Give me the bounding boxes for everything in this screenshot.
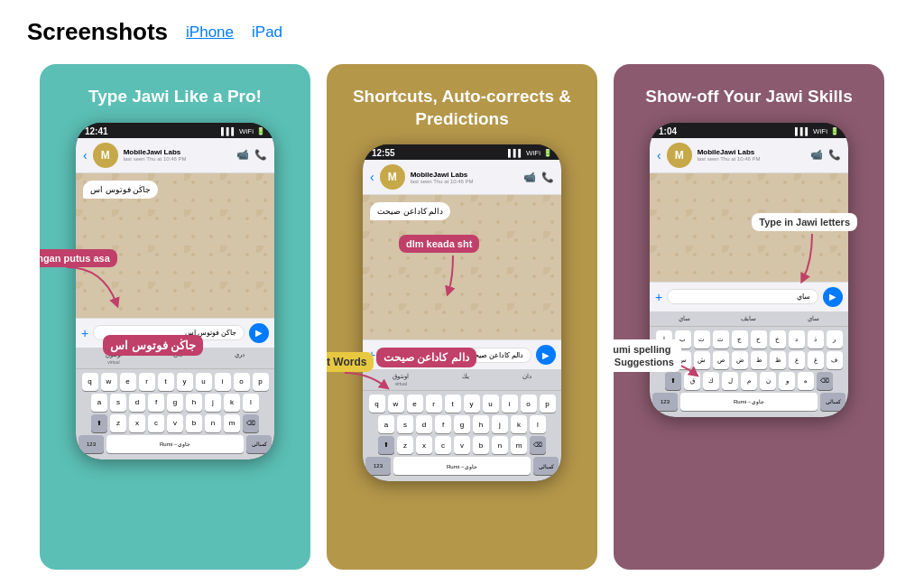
keyboard-1: q w e r t y u i o p a s d [76,369,274,460]
chat-header-1: ‹ M MobileJawi Labs last seen Thu at 10:… [76,138,274,173]
chat-header-2: ‹ M MobileJawi Labs last seen Thu at 10:… [363,160,561,195]
chat-name-3: MobileJawi Labs [698,148,805,156]
chat-info-3: MobileJawi Labs last seen Thu at 10:46 P… [698,148,805,162]
card-2-title: Shortcuts, Auto-corrects & Predictions [341,86,583,130]
input-plus-1[interactable]: + [81,326,88,340]
screenshot-card-3: Show-off Your Jawi Skills Type in Jawi l… [614,64,884,570]
chat-bubble-2: دالم كاداعن صيحت [370,202,450,220]
chat-name-2: MobileJawi Labs [411,171,518,179]
send-btn-1[interactable]: ▶ [249,323,269,343]
annotation-jawi-1: جاڬن فوتوس اس [103,335,203,356]
screenshot-card-2: Shortcuts, Auto-corrects & Predictions d… [327,64,597,570]
phone-frame-3: 1:04 ▌▌▌WiFi🔋 ‹ M MobileJawi Labs last s… [650,123,848,417]
avatar-3: M [667,143,692,168]
autocomplete-2: اونتوقvirtual يڬ دان [363,369,561,391]
status-time-1: 12:41 [85,126,108,136]
send-btn-2[interactable]: ▶ [536,345,556,365]
page-title: Screenshots [27,18,168,46]
chat-status-1: last seen Thu at 10:46 PM [124,156,231,162]
annotation-jawi-2: دالم كاداعن صيحت [376,348,476,367]
chat-icons-2: 📹📞 [523,172,554,183]
input-plus-3[interactable]: + [655,290,662,304]
status-icons-2: ▌▌▌WiFi🔋 [508,149,552,157]
chat-info-2: MobileJawi Labs last seen Thu at 10:46 P… [411,171,518,184]
tab-iphone[interactable]: iPhone [186,23,234,42]
chat-input-3: + ساي ▶ [650,282,848,311]
chat-info-1: MobileJawi Labs last seen Thu at 10:46 P… [124,148,231,162]
chat-name-1: MobileJawi Labs [124,148,231,156]
chat-icons-1: 📹📞 [236,149,267,161]
chat-body-2: دالم كاداعن صيحت [363,195,561,339]
phone-frame-1: 12:41 ▌▌▌WiFi🔋 ‹ M MobileJawi Labs last … [76,123,274,460]
chat-header-3: ‹ M MobileJawi Labs last seen Thu at 10:… [650,138,848,173]
status-icons-3: ▌▌▌WiFi🔋 [795,127,839,135]
back-btn-2[interactable]: ‹ [370,170,374,184]
chat-status-3: last seen Thu at 10:46 PM [698,156,805,162]
chat-status-2: last seen Thu at 10:46 PM [411,179,518,184]
annotation-next-words: Next Words [327,352,374,372]
chat-bubble-1: جاڬن فوتوس اس [83,181,158,199]
tab-ipad[interactable]: iPad [252,23,282,42]
phone-frame-2: 12:55 ▌▌▌WiFi🔋 ‹ M MobileJawi Labs last … [363,144,561,481]
back-btn-1[interactable]: ‹ [83,148,88,162]
autocomplete-3: ساي سايڤ ساي [650,311,848,327]
send-btn-3[interactable]: ▶ [823,287,843,307]
keyboard-3: ا ب ت ث ج ح خ د ذ ر ز س ش [650,327,848,417]
card-3-title: Show-off Your Jawi Skills [645,86,852,108]
avatar-1: M [93,143,118,168]
keyboard-2: q w e r t y u i o p a s d [363,391,561,481]
status-time-3: 1:04 [659,126,677,136]
screenshot-card-1: Type Jawi Like a Pro! jangan putus asa ج… [40,64,310,570]
annotation-jangan: jangan putus asa [40,249,117,267]
card-1-title: Type Jawi Like a Pro! [88,86,262,108]
chat-body-1: جاڬن فوتوس اس [76,173,274,318]
annotation-rumi: Rumi spellingin Suggestions [614,339,681,373]
avatar-2: M [380,164,405,190]
annotation-dlm: dlm keada sht [399,235,479,253]
chat-icons-3: 📹📞 [810,149,841,161]
input-field-3[interactable]: ساي [667,289,818,304]
screenshots-container: Type Jawi Like a Pro! jangan putus asa ج… [27,64,897,570]
status-icons-1: ▌▌▌WiFi🔋 [221,127,265,135]
annotation-type-jawi: Type in Jawi letters [752,213,857,231]
back-btn-3[interactable]: ‹ [657,148,661,162]
status-time-2: 12:55 [372,148,395,158]
